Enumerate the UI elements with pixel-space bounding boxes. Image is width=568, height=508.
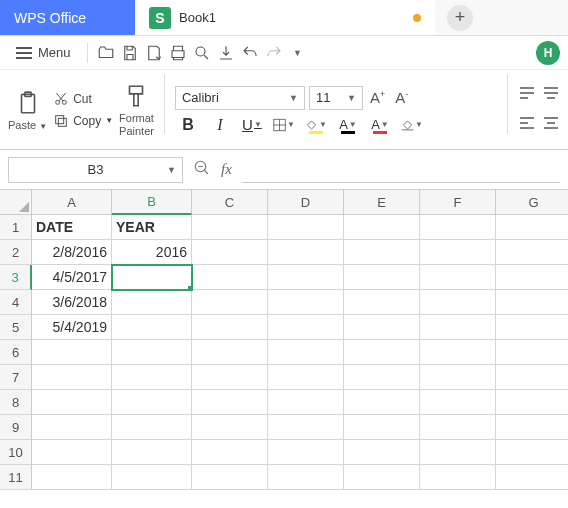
column-header-B[interactable]: B [112,190,192,215]
align-middle-button[interactable] [542,85,560,106]
cell-A5[interactable]: 5/4/2019 [32,315,112,340]
cell-D7[interactable] [268,365,344,390]
zoom-icon[interactable] [193,159,211,180]
align-top-button[interactable] [518,85,536,106]
print-preview-button[interactable] [192,43,212,63]
cell-G1[interactable] [496,215,568,240]
row-header-8[interactable]: 8 [0,390,32,415]
fx-label[interactable]: fx [221,161,232,178]
cell-B2[interactable]: 2016 [112,240,192,265]
cell-A7[interactable] [32,365,112,390]
border-button[interactable]: ▼ [273,117,295,133]
increase-font-button[interactable]: A+ [367,89,388,106]
cell-F5[interactable] [420,315,496,340]
cell-E7[interactable] [344,365,420,390]
cell-G8[interactable] [496,390,568,415]
clear-format-button[interactable]: ▼ [401,117,423,133]
cut-button[interactable]: Cut [53,91,113,107]
cell-D10[interactable] [268,440,344,465]
open-button[interactable] [96,43,116,63]
cell-E2[interactable] [344,240,420,265]
cell-D9[interactable] [268,415,344,440]
cell-F7[interactable] [420,365,496,390]
fill-color-button[interactable]: ▼ [305,118,327,132]
cell-A4[interactable]: 3/6/2018 [32,290,112,315]
cell-E6[interactable] [344,340,420,365]
cell-A2[interactable]: 2/8/2016 [32,240,112,265]
row-header-6[interactable]: 6 [0,340,32,365]
row-header-7[interactable]: 7 [0,365,32,390]
cell-C5[interactable] [192,315,268,340]
cell-G4[interactable] [496,290,568,315]
align-left-button[interactable] [518,114,536,135]
row-header-10[interactable]: 10 [0,440,32,465]
cell-F11[interactable] [420,465,496,490]
cell-E8[interactable] [344,390,420,415]
underline-button[interactable]: U▼ [241,116,263,133]
row-header-11[interactable]: 11 [0,465,32,490]
cell-D1[interactable] [268,215,344,240]
column-header-E[interactable]: E [344,190,420,215]
row-header-3[interactable]: 3 [0,265,32,290]
cell-B3[interactable] [112,265,192,290]
row-header-1[interactable]: 1 [0,215,32,240]
cell-D4[interactable] [268,290,344,315]
cell-F4[interactable] [420,290,496,315]
row-header-5[interactable]: 5 [0,315,32,340]
cell-F2[interactable] [420,240,496,265]
cell-F3[interactable] [420,265,496,290]
row-header-9[interactable]: 9 [0,415,32,440]
cell-F8[interactable] [420,390,496,415]
column-header-A[interactable]: A [32,190,112,215]
cell-C7[interactable] [192,365,268,390]
save-button[interactable] [120,43,140,63]
highlight-button[interactable]: A▼ [337,117,359,132]
italic-button[interactable]: I [209,116,231,134]
column-header-F[interactable]: F [420,190,496,215]
cell-G9[interactable] [496,415,568,440]
paste-button[interactable]: Paste ▼ [8,74,47,145]
cell-E11[interactable] [344,465,420,490]
cell-E9[interactable] [344,415,420,440]
cell-E5[interactable] [344,315,420,340]
cell-C4[interactable] [192,290,268,315]
save-as-button[interactable] [144,43,164,63]
cell-E4[interactable] [344,290,420,315]
name-box[interactable]: B3▼ [8,157,183,183]
cell-C8[interactable] [192,390,268,415]
cell-A10[interactable] [32,440,112,465]
cell-B8[interactable] [112,390,192,415]
cell-G2[interactable] [496,240,568,265]
cell-F6[interactable] [420,340,496,365]
cell-A11[interactable] [32,465,112,490]
bold-button[interactable]: B [177,116,199,134]
cell-F10[interactable] [420,440,496,465]
cell-C3[interactable] [192,265,268,290]
cell-B9[interactable] [112,415,192,440]
cell-A3[interactable]: 4/5/2017 [32,265,112,290]
cell-F9[interactable] [420,415,496,440]
cell-G5[interactable] [496,315,568,340]
cell-C11[interactable] [192,465,268,490]
cell-E10[interactable] [344,440,420,465]
cell-A8[interactable] [32,390,112,415]
cell-B5[interactable] [112,315,192,340]
cell-D2[interactable] [268,240,344,265]
wps-office-tab[interactable]: WPS Office [0,0,135,35]
row-header-2[interactable]: 2 [0,240,32,265]
document-tab[interactable]: S Book1 [135,0,435,35]
cell-G6[interactable] [496,340,568,365]
cell-B10[interactable] [112,440,192,465]
new-tab-button[interactable]: + [435,0,485,35]
cell-B11[interactable] [112,465,192,490]
cell-E3[interactable] [344,265,420,290]
column-header-G[interactable]: G [496,190,568,215]
font-name-select[interactable]: Calibri▼ [175,86,305,110]
help-button[interactable]: H [536,41,560,65]
cell-B1[interactable]: YEAR [112,215,192,240]
font-color-button[interactable]: A▼ [369,117,391,132]
align-center-button[interactable] [542,114,560,135]
cell-D5[interactable] [268,315,344,340]
cell-C9[interactable] [192,415,268,440]
column-header-D[interactable]: D [268,190,344,215]
